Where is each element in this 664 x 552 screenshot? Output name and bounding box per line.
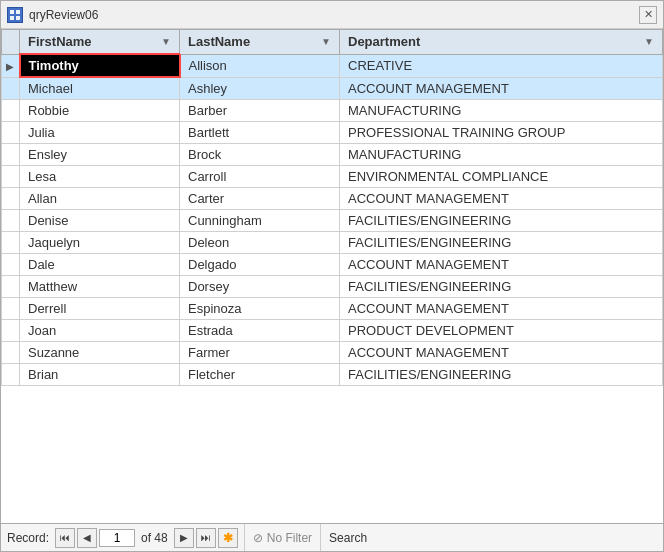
status-bar: Record: ⏮ ◀ of 48 ▶ ⏭ ✱ ⊘ No Filter Sear… [1, 523, 663, 551]
cell-lastname[interactable]: Cunningham [180, 210, 340, 232]
svg-rect-2 [10, 16, 14, 20]
row-selector [2, 254, 20, 276]
cell-dept[interactable]: ACCOUNT MANAGEMENT [340, 298, 663, 320]
cell-firstname[interactable]: Timothy [20, 54, 180, 77]
table-body: ▶TimothyAllisonCREATIVEMichaelAshleyACCO… [2, 54, 663, 386]
cell-dept[interactable]: PROFESSIONAL TRAINING GROUP [340, 122, 663, 144]
cell-firstname[interactable]: Jaquelyn [20, 232, 180, 254]
cell-lastname[interactable]: Allison [180, 54, 340, 77]
cell-lastname[interactable]: Carter [180, 188, 340, 210]
table-row[interactable]: EnsleyBrockMANUFACTURING [2, 144, 663, 166]
table-row[interactable]: ▶TimothyAllisonCREATIVE [2, 54, 663, 77]
title-bar: qryReview06 ✕ [1, 1, 663, 29]
table-container: FirstName ▼ LastName ▼ Department [1, 29, 663, 523]
cell-dept[interactable]: FACILITIES/ENGINEERING [340, 364, 663, 386]
cell-lastname[interactable]: Delgado [180, 254, 340, 276]
row-selector [2, 210, 20, 232]
cell-lastname[interactable]: Estrada [180, 320, 340, 342]
cell-firstname[interactable]: Julia [20, 122, 180, 144]
filter-label: No Filter [267, 531, 312, 545]
cell-lastname[interactable]: Bartlett [180, 122, 340, 144]
row-selector-header [2, 30, 20, 55]
col-header-dept[interactable]: Department ▼ [340, 30, 663, 55]
cell-lastname[interactable]: Carroll [180, 166, 340, 188]
lastname-dropdown-icon[interactable]: ▼ [321, 36, 331, 47]
cell-lastname[interactable]: Fletcher [180, 364, 340, 386]
cell-dept[interactable]: ACCOUNT MANAGEMENT [340, 77, 663, 100]
row-selector [2, 100, 20, 122]
search-section[interactable]: Search [321, 524, 375, 551]
record-label: Record: [7, 531, 49, 545]
row-selector [2, 122, 20, 144]
cell-dept[interactable]: FACILITIES/ENGINEERING [340, 232, 663, 254]
cell-lastname[interactable]: Ashley [180, 77, 340, 100]
table-row[interactable]: DerrellEspinozaACCOUNT MANAGEMENT [2, 298, 663, 320]
svg-rect-0 [10, 10, 14, 14]
table-row[interactable]: JaquelynDeleonFACILITIES/ENGINEERING [2, 232, 663, 254]
cell-firstname[interactable]: Brian [20, 364, 180, 386]
cell-dept[interactable]: MANUFACTURING [340, 144, 663, 166]
table-row[interactable]: MichaelAshleyACCOUNT MANAGEMENT [2, 77, 663, 100]
table-row[interactable]: JuliaBartlettPROFESSIONAL TRAINING GROUP [2, 122, 663, 144]
cell-lastname[interactable]: Espinoza [180, 298, 340, 320]
cell-lastname[interactable]: Deleon [180, 232, 340, 254]
cell-lastname[interactable]: Barber [180, 100, 340, 122]
cell-dept[interactable]: ACCOUNT MANAGEMENT [340, 188, 663, 210]
table-row[interactable]: AllanCarterACCOUNT MANAGEMENT [2, 188, 663, 210]
cell-dept[interactable]: CREATIVE [340, 54, 663, 77]
row-selector [2, 364, 20, 386]
table-row[interactable]: MatthewDorseyFACILITIES/ENGINEERING [2, 276, 663, 298]
cell-dept[interactable]: ACCOUNT MANAGEMENT [340, 254, 663, 276]
first-record-button[interactable]: ⏮ [55, 528, 75, 548]
cell-firstname[interactable]: Suzanne [20, 342, 180, 364]
cell-firstname[interactable]: Derrell [20, 298, 180, 320]
row-selector [2, 144, 20, 166]
cell-dept[interactable]: ENVIRONMENTAL COMPLIANCE [340, 166, 663, 188]
cell-firstname[interactable]: Allan [20, 188, 180, 210]
col-header-firstname[interactable]: FirstName ▼ [20, 30, 180, 55]
close-button[interactable]: ✕ [639, 6, 657, 24]
table-header-row: FirstName ▼ LastName ▼ Department [2, 30, 663, 55]
cell-firstname[interactable]: Ensley [20, 144, 180, 166]
table-row[interactable]: LesaCarrollENVIRONMENTAL COMPLIANCE [2, 166, 663, 188]
current-record-input[interactable] [99, 529, 135, 547]
cell-firstname[interactable]: Robbie [20, 100, 180, 122]
cell-firstname[interactable]: Denise [20, 210, 180, 232]
table-row[interactable]: JoanEstradaPRODUCT DEVELOPMENT [2, 320, 663, 342]
col-header-lastname[interactable]: LastName ▼ [180, 30, 340, 55]
filter-icon: ⊘ [253, 531, 263, 545]
cell-dept[interactable]: MANUFACTURING [340, 100, 663, 122]
cell-firstname[interactable]: Matthew [20, 276, 180, 298]
row-selector [2, 320, 20, 342]
cell-lastname[interactable]: Dorsey [180, 276, 340, 298]
row-selector [2, 276, 20, 298]
table-row[interactable]: SuzanneFarmerACCOUNT MANAGEMENT [2, 342, 663, 364]
cell-firstname[interactable]: Joan [20, 320, 180, 342]
prev-record-button[interactable]: ◀ [77, 528, 97, 548]
table-row[interactable]: BrianFletcherFACILITIES/ENGINEERING [2, 364, 663, 386]
cell-firstname[interactable]: Dale [20, 254, 180, 276]
next-record-button[interactable]: ▶ [174, 528, 194, 548]
cell-dept[interactable]: FACILITIES/ENGINEERING [340, 276, 663, 298]
table-row[interactable]: DeniseCunninghamFACILITIES/ENGINEERING [2, 210, 663, 232]
cell-lastname[interactable]: Brock [180, 144, 340, 166]
row-selector [2, 77, 20, 100]
table-row[interactable]: RobbieBarberMANUFACTURING [2, 100, 663, 122]
window-icon [7, 7, 23, 23]
cell-dept[interactable]: ACCOUNT MANAGEMENT [340, 342, 663, 364]
dept-dropdown-icon[interactable]: ▼ [644, 36, 654, 47]
row-selector [2, 188, 20, 210]
cell-firstname[interactable]: Lesa [20, 166, 180, 188]
cell-dept[interactable]: PRODUCT DEVELOPMENT [340, 320, 663, 342]
window-title: qryReview06 [29, 8, 633, 22]
data-table: FirstName ▼ LastName ▼ Department [1, 29, 663, 386]
firstname-dropdown-icon[interactable]: ▼ [161, 36, 171, 47]
search-label: Search [329, 531, 367, 545]
cell-lastname[interactable]: Farmer [180, 342, 340, 364]
cell-dept[interactable]: FACILITIES/ENGINEERING [340, 210, 663, 232]
new-record-button[interactable]: ✱ [218, 528, 238, 548]
last-record-button[interactable]: ⏭ [196, 528, 216, 548]
row-selector [2, 342, 20, 364]
table-row[interactable]: DaleDelgadoACCOUNT MANAGEMENT [2, 254, 663, 276]
cell-firstname[interactable]: Michael [20, 77, 180, 100]
